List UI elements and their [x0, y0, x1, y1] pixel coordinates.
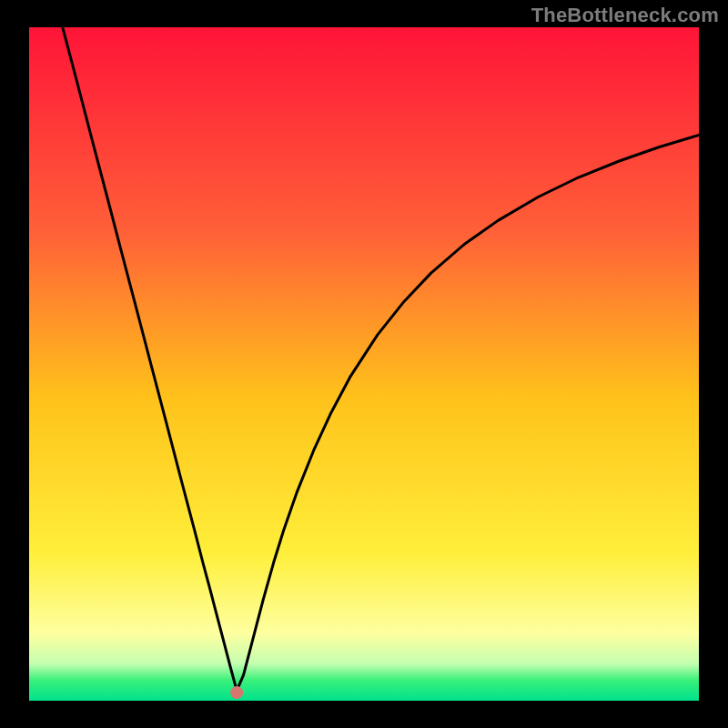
- gradient-background: [29, 27, 699, 701]
- chart-frame: TheBottleneck.com: [0, 0, 728, 728]
- bottleneck-chart: [29, 27, 699, 701]
- watermark-text: TheBottleneck.com: [531, 4, 719, 27]
- minimum-marker: [230, 686, 243, 699]
